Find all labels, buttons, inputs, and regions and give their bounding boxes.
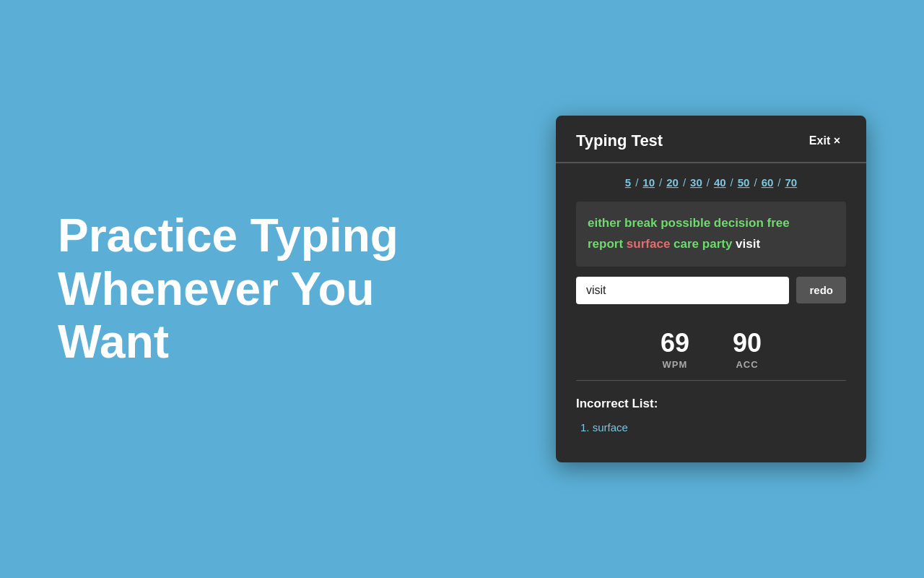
- wpm-label: WPM: [661, 359, 689, 370]
- word-count-5[interactable]: 5: [625, 176, 631, 189]
- sep-3: /: [683, 176, 686, 189]
- word-either: either: [588, 216, 621, 230]
- typing-test-panel: Typing Test Exit × 5 / 10 / 20 / 30 / 40…: [556, 116, 866, 462]
- sep-7: /: [777, 176, 780, 189]
- word-count-40[interactable]: 40: [714, 176, 726, 189]
- hero-text: Practice Typing Whenever You Want: [58, 210, 462, 369]
- word-count-nav: 5 / 10 / 20 / 30 / 40 / 50 / 60 / 70: [556, 163, 866, 194]
- words-display: either break possible decision free repo…: [576, 202, 846, 267]
- sep-4: /: [707, 176, 710, 189]
- sep-1: /: [635, 176, 638, 189]
- incorrect-title: Incorrect List:: [576, 397, 846, 411]
- word-party: party: [702, 237, 733, 251]
- panel-title: Typing Test: [576, 131, 663, 150]
- words-line-2: report surface care party visit: [588, 234, 834, 255]
- word-free: free: [767, 216, 790, 230]
- word-care: care: [674, 237, 699, 251]
- word-surface: surface: [627, 237, 670, 251]
- incorrect-item-1: 1. surface: [580, 421, 846, 434]
- word-visit: visit: [736, 237, 760, 251]
- acc-value: 90: [733, 330, 762, 356]
- typing-input[interactable]: [576, 277, 789, 304]
- word-decision: decision: [714, 216, 764, 230]
- acc-stat: 90 ACC: [733, 330, 762, 370]
- stats-row: 69 WPM 90 ACC: [576, 314, 846, 381]
- sep-6: /: [754, 176, 757, 189]
- word-count-70[interactable]: 70: [785, 176, 797, 189]
- sep-5: /: [731, 176, 733, 189]
- sep-2: /: [659, 176, 662, 189]
- word-break: break: [624, 216, 657, 230]
- exit-button[interactable]: Exit ×: [803, 131, 846, 150]
- panel-header: Typing Test Exit ×: [556, 116, 866, 163]
- acc-label: ACC: [733, 359, 762, 370]
- word-possible: possible: [661, 216, 710, 230]
- word-count-50[interactable]: 50: [738, 176, 750, 189]
- word-count-20[interactable]: 20: [666, 176, 679, 189]
- word-count-60[interactable]: 60: [762, 176, 774, 189]
- word-count-30[interactable]: 30: [690, 176, 702, 189]
- redo-button[interactable]: redo: [796, 277, 846, 303]
- wpm-stat: 69 WPM: [661, 330, 689, 370]
- wpm-value: 69: [661, 330, 689, 356]
- words-line-1: either break possible decision free: [588, 213, 834, 234]
- word-count-10[interactable]: 10: [642, 176, 655, 189]
- word-report: report: [588, 237, 623, 251]
- input-row: redo: [576, 277, 846, 304]
- incorrect-section: Incorrect List: 1. surface: [576, 397, 846, 434]
